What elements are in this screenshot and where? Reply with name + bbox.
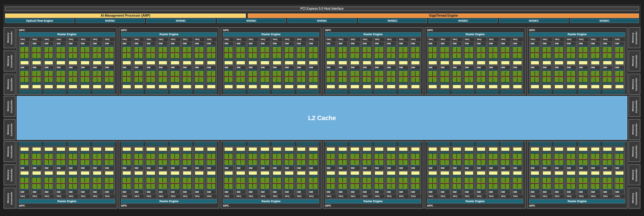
sm-thin-strip	[297, 84, 305, 84]
tpc-label: TPC	[554, 195, 564, 198]
core-group	[273, 178, 277, 182]
memory-controller-label: Memory Controller	[6, 188, 13, 208]
core-group	[375, 71, 379, 76]
sm-core-separator	[273, 53, 281, 53]
sm-label: SM	[543, 167, 551, 170]
sm-label: SM	[225, 42, 233, 45]
core-group	[445, 184, 449, 189]
core-group	[37, 78, 41, 82]
sm-rt-core-bar	[339, 171, 347, 175]
media-engine-row: Optical Flow EngineNVENCNVENCNVENCNVENCN…	[5, 19, 639, 23]
core-group	[195, 47, 199, 52]
sm-core-block	[441, 53, 449, 58]
sm-rt-core-bar	[195, 147, 203, 151]
core-group	[241, 78, 245, 82]
core-group	[579, 78, 583, 82]
memory-controller-zone: Memory ControllerMemory Controller	[629, 96, 640, 140]
sm-core-separator	[543, 76, 551, 77]
sm-thin-strip	[351, 60, 359, 60]
sm-thin-strip	[387, 175, 395, 176]
sm-thin-strip	[477, 83, 485, 83]
sm-l1-strip	[579, 189, 587, 190]
sm-core-block	[285, 160, 293, 165]
geometry-strip-segment	[170, 90, 193, 92]
sm-core-separator	[363, 53, 371, 53]
sm-l1-strip	[309, 69, 317, 70]
memory-controller-label: Memory Controller	[631, 141, 638, 162]
sm-core-block	[363, 71, 371, 76]
sm-label: SM	[591, 42, 599, 45]
memory-controller: Memory Controller	[4, 164, 15, 185]
sm-thin-strip	[297, 59, 305, 59]
sm-label: SM	[387, 42, 395, 45]
sm-core-separator	[399, 159, 407, 160]
sm-label: SM	[285, 66, 293, 69]
tpc-label: TPC	[44, 195, 54, 198]
sm-thin-strip	[567, 84, 575, 84]
core-group	[20, 71, 24, 76]
sm-core-block	[297, 71, 305, 76]
core-group	[81, 78, 85, 82]
tpc-label: TPC	[158, 38, 168, 41]
sm-thin-strip	[309, 83, 317, 83]
sm: SM	[512, 171, 522, 194]
tpc: TPCSMSM	[529, 146, 541, 199]
tpc: TPCSMSM	[373, 146, 385, 199]
core-group	[608, 154, 611, 158]
sm-core-separator	[513, 183, 521, 184]
core-group	[314, 47, 317, 52]
tpc: TPCSMSM	[614, 37, 625, 90]
core-group	[571, 160, 575, 165]
core-group	[445, 47, 449, 52]
sm-rt-core-bar	[531, 85, 539, 88]
sm: SM	[488, 65, 498, 89]
sm-label: SM	[105, 66, 113, 69]
sm-thin-strip	[69, 59, 77, 59]
sm-core-separator	[273, 76, 281, 77]
sm-rt-core-bar	[147, 85, 155, 88]
core-group	[199, 154, 203, 158]
sm-l1-strip	[579, 69, 587, 70]
tpc-label: TPC	[440, 195, 450, 198]
sm-core-block	[159, 178, 167, 183]
sm-thin-strip	[327, 60, 335, 60]
sm-core-block	[501, 184, 509, 189]
tpc: TPCSMSM	[427, 146, 438, 199]
nvdec-box: NVDEC	[570, 19, 639, 23]
l2-cache-block: L2 Cache	[17, 96, 627, 140]
core-group	[81, 54, 85, 58]
sm-core-block	[123, 154, 131, 159]
geometry-strip-row	[529, 92, 625, 94]
sm-core-block	[543, 77, 551, 82]
core-group	[309, 71, 313, 76]
sm-rt-core-bar	[69, 61, 77, 64]
core-group	[591, 54, 595, 58]
core-group	[429, 160, 432, 165]
core-group	[567, 154, 571, 158]
sm-thin-strip	[123, 152, 131, 152]
sm-core-block	[45, 47, 53, 52]
sm-l1-strip	[20, 189, 29, 190]
tpc-row: TPCSMSMTPCSMSMTPCSMSMTPCSMSMTPCSMSMTPCSM…	[529, 146, 625, 199]
sm: SM	[476, 147, 486, 170]
sm-core-separator	[123, 159, 131, 160]
tpc: TPCSMSM	[19, 146, 30, 199]
memory-controller: Memory Controller	[629, 27, 640, 48]
sm-thin-strip	[273, 152, 281, 152]
geometry-strip-segment	[170, 142, 193, 144]
sm: SM	[146, 147, 156, 170]
core-group	[37, 160, 41, 165]
core-group	[477, 160, 481, 165]
memory-controller: Memory Controller	[4, 141, 15, 162]
sm-thin-strip	[273, 59, 281, 59]
sm-core-block	[81, 160, 89, 165]
sm-core-separator	[387, 53, 395, 53]
sm-core-block	[309, 71, 317, 76]
tpc: TPCSMSM	[79, 37, 91, 90]
core-group	[97, 184, 101, 189]
sm-thin-strip	[183, 59, 191, 59]
gpu-block-diagram: PCI Express 5.0 Host Interface AI-Manage…	[0, 0, 644, 216]
sm-core-block	[441, 178, 449, 183]
sm-l1-strip	[195, 189, 203, 190]
sm-l1-strip	[327, 69, 335, 70]
